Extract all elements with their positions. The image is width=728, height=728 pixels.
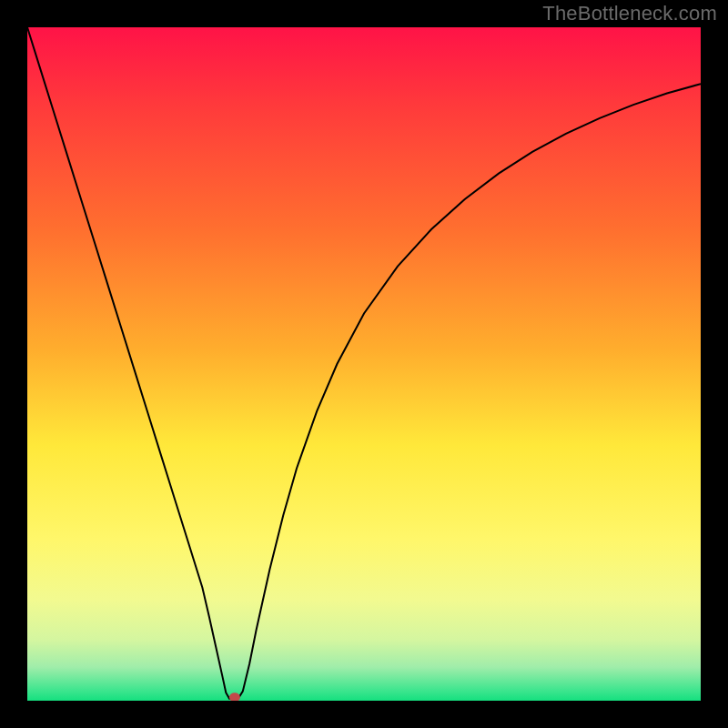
gradient-background	[27, 27, 701, 701]
chart-frame: TheBottleneck.com	[0, 0, 728, 728]
chart-svg	[27, 27, 701, 701]
plot-area	[27, 27, 701, 701]
watermark-text: TheBottleneck.com	[542, 2, 717, 25]
